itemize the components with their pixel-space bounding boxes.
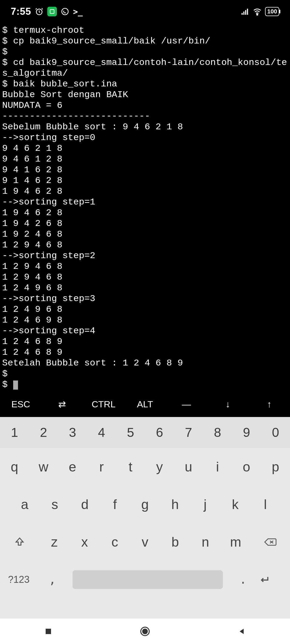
- key-shift[interactable]: [0, 523, 39, 561]
- soft-keyboard: 1234567890 qwertyuiop asdfghjkl zxcvbnm …: [0, 417, 290, 619]
- key-z[interactable]: z: [39, 523, 70, 561]
- whatsapp-icon: [61, 7, 69, 16]
- svg-point-10: [143, 629, 147, 634]
- svg-rect-3: [242, 13, 243, 15]
- key-b[interactable]: b: [160, 523, 190, 561]
- key-down[interactable]: ↓: [207, 399, 248, 409]
- battery-level: 100: [267, 8, 277, 15]
- key-backspace[interactable]: [251, 523, 290, 561]
- key-f[interactable]: f: [100, 486, 130, 523]
- termux-prompt-icon: >_: [73, 7, 83, 16]
- keyboard-bottom-row: ?123 , .: [0, 561, 290, 598]
- key-i[interactable]: i: [203, 448, 232, 486]
- key-p[interactable]: p: [261, 448, 290, 486]
- status-right: 100: [241, 7, 279, 16]
- clock: 7:55: [11, 6, 31, 17]
- key-x[interactable]: x: [70, 523, 100, 561]
- svg-point-7: [257, 14, 258, 15]
- key-k[interactable]: k: [220, 486, 250, 523]
- svg-rect-8: [46, 629, 51, 634]
- key-symbols[interactable]: ?123: [0, 574, 38, 585]
- android-nav-bar: [0, 619, 290, 644]
- key-d[interactable]: d: [70, 486, 100, 523]
- keyboard-row-a: asdfghjkl: [0, 486, 290, 523]
- keyboard-row-q: qwertyuiop: [0, 448, 290, 486]
- key-comma[interactable]: ,: [38, 573, 67, 586]
- key-3[interactable]: 3: [58, 417, 87, 448]
- key-y[interactable]: y: [145, 448, 174, 486]
- key-e[interactable]: e: [58, 448, 87, 486]
- battery-indicator: 100: [265, 7, 279, 16]
- termux-extra-keys: ESC ⇄ CTRL ALT ― ↓ ↑: [0, 391, 290, 417]
- key-w[interactable]: w: [29, 448, 58, 486]
- key-9[interactable]: 9: [232, 417, 261, 448]
- key-2[interactable]: 2: [29, 417, 58, 448]
- keyboard-row-z: zxcvbnm: [0, 523, 290, 561]
- svg-point-2: [62, 8, 68, 15]
- key-esc[interactable]: ESC: [0, 399, 41, 409]
- key-4[interactable]: 4: [87, 417, 116, 448]
- terminal-cursor: [13, 380, 18, 390]
- key-j[interactable]: j: [190, 486, 220, 523]
- key-period[interactable]: .: [228, 573, 258, 586]
- key-v[interactable]: v: [130, 523, 160, 561]
- nav-recent[interactable]: [42, 625, 55, 638]
- key-8[interactable]: 8: [203, 417, 232, 448]
- svg-rect-5: [245, 10, 246, 15]
- svg-rect-1: [50, 10, 54, 14]
- key-0[interactable]: 0: [261, 417, 290, 448]
- alarm-icon: [35, 7, 44, 16]
- key-h[interactable]: h: [160, 486, 190, 523]
- key-1[interactable]: 1: [0, 417, 29, 448]
- key-7[interactable]: 7: [174, 417, 203, 448]
- key-alt[interactable]: ALT: [124, 399, 166, 409]
- key-up[interactable]: ↑: [249, 399, 290, 409]
- key-6[interactable]: 6: [145, 417, 174, 448]
- key-t[interactable]: t: [116, 448, 145, 486]
- key-u[interactable]: u: [174, 448, 203, 486]
- app-notification-icon: [47, 7, 57, 16]
- key-enter[interactable]: [258, 574, 290, 585]
- status-left: 7:55 >_: [11, 6, 83, 17]
- svg-rect-4: [244, 12, 245, 15]
- key-l[interactable]: l: [250, 486, 280, 523]
- key-r[interactable]: r: [87, 448, 116, 486]
- key-tab[interactable]: ⇄: [41, 399, 83, 409]
- terminal-output[interactable]: $ termux-chroot $ cp baik9_source_small/…: [0, 23, 290, 391]
- nav-back[interactable]: [235, 625, 248, 638]
- keyboard-number-row: 1234567890: [0, 417, 290, 448]
- key-ctrl[interactable]: CTRL: [83, 399, 124, 409]
- key-5[interactable]: 5: [116, 417, 145, 448]
- key-a[interactable]: a: [10, 486, 40, 523]
- key-dash[interactable]: ―: [166, 399, 207, 409]
- key-o[interactable]: o: [232, 448, 261, 486]
- key-space[interactable]: [73, 570, 223, 589]
- key-n[interactable]: n: [190, 523, 221, 561]
- key-g[interactable]: g: [130, 486, 160, 523]
- wifi-icon: [253, 7, 262, 16]
- key-c[interactable]: c: [100, 523, 130, 561]
- key-q[interactable]: q: [0, 448, 29, 486]
- svg-rect-6: [247, 9, 248, 15]
- key-s[interactable]: s: [40, 486, 70, 523]
- nav-home[interactable]: [138, 625, 152, 638]
- key-m[interactable]: m: [220, 523, 251, 561]
- signal-icon: [241, 7, 249, 16]
- status-bar: 7:55 >_ 100: [0, 0, 290, 23]
